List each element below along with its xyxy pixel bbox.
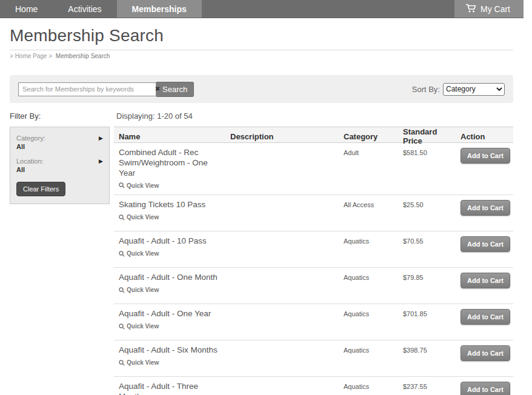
membership-name-link[interactable]: Combined Adult - Rec Swim/Weightroom - O… [119, 148, 225, 179]
nav-item-home[interactable]: Home [0, 0, 53, 18]
add-to-cart-button[interactable]: Add to Cart [461, 345, 510, 361]
chevron-right-icon: ▶ [99, 135, 103, 141]
column-header-description: Description [225, 132, 339, 141]
category-cell: Aquatics [339, 345, 399, 373]
filter-category-label: Category: [16, 134, 45, 142]
description-cell [225, 200, 339, 227]
results-header-row: Name Description Category Standard Price… [114, 127, 513, 143]
search-group: ✖ Search [18, 82, 194, 97]
table-row: Aquafit - Adult - Six Months Quick View … [114, 340, 513, 377]
quick-view-label: Quick View [127, 323, 159, 330]
description-cell [225, 236, 339, 264]
category-cell: All Access [339, 200, 399, 227]
price-cell: $79.85 [399, 273, 456, 300]
membership-name-link[interactable]: Aquafit - Adult - 10 Pass [119, 236, 225, 247]
sort-by-label: Sort By: [412, 85, 440, 94]
price-cell: $25.50 [399, 200, 456, 227]
breadcrumb-lead: > [10, 53, 13, 59]
filter-location-label: Location: [16, 158, 44, 165]
name-cell: Aquafit - Adult - Six Months Quick View [114, 345, 225, 373]
search-panel: ✖ Search Sort By: Category [10, 75, 513, 103]
action-cell: Add to Cart [456, 382, 513, 395]
column-header-action: Action [456, 132, 513, 141]
description-cell [225, 148, 339, 191]
price-cell: $70.55 [399, 236, 456, 264]
membership-name-link[interactable]: Skating Tickets 10 Pass [119, 200, 225, 210]
filter-category-value: All [16, 143, 103, 150]
name-cell: Aquafit - Adult - One Year Quick View [114, 309, 225, 336]
add-to-cart-button[interactable]: Add to Cart [461, 148, 510, 164]
description-cell [225, 273, 339, 300]
magnifier-icon [119, 182, 125, 188]
quick-view-label: Quick View [127, 287, 159, 293]
top-navbar: Home Activities Memberships My Cart [0, 0, 524, 18]
add-to-cart-button[interactable]: Add to Cart [461, 236, 510, 252]
filter-group-location: Location: ▶ All [16, 158, 103, 173]
membership-name-link[interactable]: Aquafit - Adult - Three Months [119, 382, 225, 395]
table-row: Aquafit - Adult - 10 Pass Quick View Aqu… [114, 231, 513, 268]
magnifier-icon [119, 251, 125, 257]
category-cell: Aquatics [339, 382, 399, 395]
sort-by-select[interactable]: Category [443, 83, 505, 96]
add-to-cart-button[interactable]: Add to Cart [461, 273, 510, 288]
table-row: Aquafit - Adult - One Month Quick View A… [114, 268, 513, 304]
add-to-cart-button[interactable]: Add to Cart [461, 382, 510, 395]
quick-view-link[interactable]: Quick View [119, 287, 159, 293]
price-cell: $701.85 [399, 309, 456, 336]
quick-view-link[interactable]: Quick View [119, 250, 159, 257]
table-row: Aquafit - Adult - One Year Quick View Aq… [114, 304, 513, 340]
action-cell: Add to Cart [456, 200, 513, 227]
filter-category-header[interactable]: Category: ▶ [16, 134, 103, 142]
breadcrumb-separator: > [48, 53, 52, 59]
name-cell: Skating Tickets 10 Pass Quick View [114, 200, 225, 227]
magnifier-icon [119, 324, 125, 330]
magnifier-icon [119, 214, 125, 221]
sort-group: Sort By: Category [412, 83, 505, 96]
breadcrumb: > Home Page > Membership Search [10, 53, 522, 59]
add-to-cart-button[interactable]: Add to Cart [461, 309, 510, 325]
breadcrumb-home-link[interactable]: Home Page [15, 53, 47, 59]
results-rows: Combined Adult - Rec Swim/Weightroom - O… [114, 143, 513, 395]
quick-view-link[interactable]: Quick View [119, 182, 159, 189]
membership-name-link[interactable]: Aquafit - Adult - One Month [119, 273, 225, 283]
quick-view-label: Quick View [127, 214, 159, 221]
clear-filters-button[interactable]: Clear Filters [16, 182, 65, 196]
displaying-count: Displaying: 1-20 of 54 [114, 111, 193, 121]
quick-view-link[interactable]: Quick View [119, 359, 159, 366]
column-header-name: Name [114, 132, 225, 141]
membership-name-link[interactable]: Aquafit - Adult - One Year [119, 309, 225, 319]
quick-view-label: Quick View [127, 250, 159, 257]
nav-item-activities[interactable]: Activities [53, 0, 116, 18]
quick-view-label: Quick View [127, 182, 159, 189]
name-cell: Aquafit - Adult - One Month Quick View [114, 273, 225, 300]
description-cell [225, 382, 339, 395]
category-cell: Aquatics [339, 273, 399, 300]
my-cart-label: My Cart [480, 4, 510, 14]
chevron-right-icon: ▶ [99, 158, 103, 164]
filter-group-category: Category: ▶ All [16, 134, 103, 150]
search-input[interactable] [18, 82, 156, 96]
category-cell: Aquatics [339, 309, 399, 336]
add-to-cart-button[interactable]: Add to Cart [461, 200, 510, 216]
description-cell [225, 345, 339, 373]
membership-name-link[interactable]: Aquafit - Adult - Six Months [119, 345, 225, 356]
quick-view-link[interactable]: Quick View [119, 214, 159, 221]
breadcrumb-current: Membership Search [56, 53, 110, 59]
search-button[interactable]: Search [156, 82, 194, 97]
quick-view-link[interactable]: Quick View [119, 323, 159, 330]
action-cell: Add to Cart [456, 148, 513, 191]
page-title: Membership Search [10, 26, 522, 45]
nav-item-memberships[interactable]: Memberships [117, 0, 202, 18]
results-table: Name Description Category Standard Price… [114, 127, 513, 395]
table-row: Combined Adult - Rec Swim/Weightroom - O… [114, 143, 513, 195]
action-cell: Add to Cart [456, 273, 513, 300]
filter-location-header[interactable]: Location: ▶ [16, 158, 103, 165]
filter-by-heading: Filter By: [10, 111, 114, 121]
clear-search-icon[interactable]: ✖ [155, 86, 160, 92]
filter-location-value: All [16, 166, 103, 173]
price-cell: $398.75 [399, 345, 456, 373]
category-cell: Aquatics [339, 236, 399, 264]
column-header-standard-price: Standard Price [399, 127, 456, 145]
my-cart-button[interactable]: My Cart [454, 0, 524, 18]
magnifier-icon [119, 287, 125, 293]
